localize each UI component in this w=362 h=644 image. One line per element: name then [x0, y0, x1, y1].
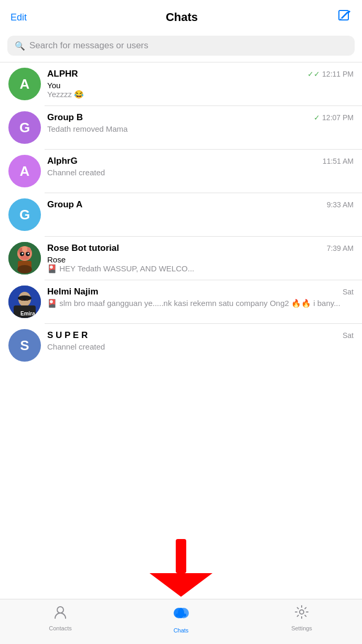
search-input[interactable]: Search for messages or users [29, 40, 148, 51]
chat-time-super: Sat [343, 331, 354, 340]
chat-top-row-group-a: Group A 9:33 AM [47, 199, 354, 210]
chat-top-row-group-b: Group B ✓ 12:07 PM [47, 112, 354, 123]
svg-point-28 [300, 610, 304, 614]
chat-name-group-b: Group B [47, 112, 83, 123]
chat-top-row-super: S U P E R Sat [47, 330, 354, 341]
chat-content-alphorg: AlphrG 11:51 AM Channel created [47, 155, 354, 177]
svg-point-18 [21, 299, 23, 301]
chat-item-alphr[interactable]: A ALPHR ✓✓ 12:11 PM You Yezzzz 😂 [0, 62, 362, 105]
svg-point-10 [20, 256, 29, 260]
svg-point-26 [176, 614, 179, 617]
edit-button[interactable]: Edit [10, 12, 27, 23]
chat-sender-rose-bot: Rose [47, 255, 354, 264]
search-bar[interactable]: 🔍 Search for messages or users [7, 36, 355, 56]
chat-name-rose-bot: Rose Bot tutorial [47, 243, 119, 254]
avatar-group-b: G [8, 111, 41, 144]
chat-name-helmi: Helmi Najim [47, 287, 98, 297]
nav-settings[interactable]: Settings [241, 605, 362, 631]
nav-chats[interactable]: Chats [121, 605, 241, 634]
chat-time-group-b: ✓ 12:07 PM [314, 113, 354, 122]
chat-content-rose-bot: Rose Bot tutorial 7:39 AM Rose 🎴 HEY Ted… [47, 242, 354, 273]
chat-content-group-a: Group A 9:33 AM [47, 198, 354, 212]
chat-content-group-b: Group B ✓ 12:07 PM Tedath removed Mama [47, 111, 354, 133]
svg-point-27 [183, 614, 186, 617]
chat-name-group-a: Group A [47, 199, 82, 210]
chat-message-rose-bot: 🎴 HEY Tedath WASSUP, AND WELCO... [47, 264, 354, 273]
chat-item-group-a[interactable]: G Group A 9:33 AM [0, 193, 362, 236]
chat-item-alphorg[interactable]: A AlphrG 11:51 AM Channel created [0, 150, 362, 193]
chat-time-alphr: ✓✓ 12:11 PM [307, 70, 354, 78]
header: Edit Chats [0, 0, 362, 31]
avatar-alphorg: A [8, 155, 41, 187]
chat-name-super: S U P E R [47, 330, 88, 341]
avatar-rose-bot [8, 242, 41, 275]
chat-preview-super: Channel created [47, 342, 354, 351]
contacts-icon [53, 605, 68, 623]
chat-item-rose-bot[interactable]: Rose Bot tutorial 7:39 AM Rose 🎴 HEY Ted… [0, 237, 362, 280]
avatar-helmi: Emira [8, 286, 41, 318]
svg-point-12 [17, 265, 32, 273]
double-check-icon: ✓✓ [307, 70, 320, 78]
settings-icon [294, 605, 309, 623]
svg-point-25 [178, 608, 184, 618]
svg-point-17 [18, 295, 31, 301]
chats-icon [173, 605, 189, 625]
chat-top-row-alphorg: AlphrG 11:51 AM [47, 156, 354, 166]
chat-content-super: S U P E R Sat Channel created [47, 329, 354, 351]
chat-preview-alphr: You [47, 81, 354, 90]
svg-point-22 [57, 607, 63, 613]
chat-preview-group-b: Tedath removed Mama [47, 124, 354, 133]
app-container: Edit Chats 🔍 Search for messages or user… [0, 0, 362, 412]
nav-contacts[interactable]: Contacts [0, 605, 121, 631]
chat-content-helmi: Helmi Najim Sat 🎴 slm bro maaf gangguan … [47, 286, 354, 308]
chat-time-alphorg: 11:51 AM [323, 157, 354, 165]
svg-point-19 [26, 299, 28, 301]
single-check-icon: ✓ [314, 113, 320, 122]
search-icon: 🔍 [15, 41, 25, 51]
search-bar-container: 🔍 Search for messages or users [0, 31, 362, 62]
chat-preview-helmi: 🎴 slm bro maaf gangguan ye.....nk kasi r… [47, 299, 354, 308]
chat-list: A ALPHR ✓✓ 12:11 PM You Yezzzz 😂 G [0, 62, 362, 367]
svg-point-8 [22, 253, 24, 255]
chat-item-group-b[interactable]: G Group B ✓ 12:07 PM Tedath removed Mama [0, 106, 362, 149]
svg-rect-20 [176, 539, 186, 573]
arrow-overlay [150, 539, 212, 599]
chat-name-alphorg: AlphrG [47, 156, 78, 166]
chat-message-alphr: Yezzzz 😂 [47, 90, 354, 99]
chats-label: Chats [174, 627, 189, 634]
chat-time-rose-bot: 7:39 AM [327, 244, 354, 252]
chat-item-super[interactable]: S S U P E R Sat Channel created [0, 324, 362, 367]
chat-top-row-helmi: Helmi Najim Sat [47, 287, 354, 297]
avatar-alphr: A [8, 68, 41, 100]
settings-label: Settings [291, 625, 312, 631]
chat-content-alphr: ALPHR ✓✓ 12:11 PM You Yezzzz 😂 [47, 68, 354, 99]
chat-time-helmi: Sat [343, 288, 354, 296]
svg-marker-21 [150, 573, 212, 597]
page-title: Chats [166, 10, 198, 24]
svg-point-5 [22, 246, 27, 252]
compose-button[interactable] [337, 8, 352, 26]
bottom-nav: Contacts Chats Settings [0, 599, 362, 644]
svg-text:Emira: Emira [20, 311, 35, 316]
contacts-label: Contacts [49, 625, 71, 631]
avatar-super: S [8, 329, 41, 362]
svg-point-9 [28, 253, 29, 255]
chat-name-alphr: ALPHR [47, 69, 78, 79]
chat-top-row-alphr: ALPHR ✓✓ 12:11 PM [47, 69, 354, 79]
chat-item-helmi[interactable]: Emira Helmi Najim Sat 🎴 slm bro maaf gan… [0, 280, 362, 323]
chat-top-row-rose-bot: Rose Bot tutorial 7:39 AM [47, 243, 354, 254]
chat-time-group-a: 9:33 AM [327, 200, 354, 209]
avatar-group-a: G [8, 198, 41, 231]
chat-preview-alphorg: Channel created [47, 168, 354, 177]
